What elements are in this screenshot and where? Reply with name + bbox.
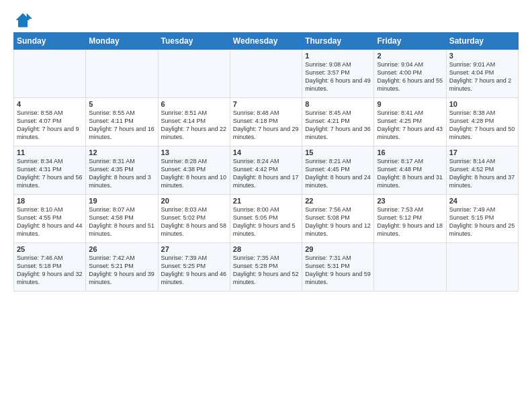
cell-content: Sunrise: 7:31 AMSunset: 5:31 PMDaylight:… [305,254,371,287]
cell-content: Sunrise: 9:01 AMSunset: 4:04 PMDaylight:… [449,60,515,93]
cell-content: Sunrise: 8:07 AMSunset: 4:58 PMDaylight:… [89,205,154,238]
cell-content: Sunrise: 8:58 AMSunset: 4:07 PMDaylight:… [17,109,83,142]
logo [13,11,35,30]
calendar-cell: 8Sunrise: 8:45 AMSunset: 4:21 PMDaylight… [302,98,374,146]
day-number: 6 [161,100,227,108]
cell-content: Sunrise: 8:38 AMSunset: 4:28 PMDaylight:… [449,109,515,142]
page: SundayMondayTuesdayWednesdayThursdayFrid… [0,0,532,298]
day-number: 13 [161,148,227,156]
cell-content: Sunrise: 8:10 AMSunset: 4:55 PMDaylight:… [17,205,83,238]
calendar-cell: 3Sunrise: 9:01 AMSunset: 4:04 PMDaylight… [446,50,518,98]
day-number: 1 [305,52,371,60]
calendar-cell: 14Sunrise: 8:24 AMSunset: 4:42 PMDayligh… [230,146,302,195]
day-number: 28 [233,245,299,253]
calendar-cell: 4Sunrise: 8:58 AMSunset: 4:07 PMDaylight… [14,98,86,146]
day-number: 24 [449,197,515,205]
day-number: 14 [233,148,299,156]
cell-content: Sunrise: 7:35 AMSunset: 5:28 PMDaylight:… [233,254,299,287]
calendar-cell: 22Sunrise: 7:56 AMSunset: 5:08 PMDayligh… [302,195,374,243]
calendar-cell: 15Sunrise: 8:21 AMSunset: 4:45 PMDayligh… [302,146,374,195]
calendar-cell: 12Sunrise: 8:31 AMSunset: 4:35 PMDayligh… [86,146,158,195]
calendar-cell: 28Sunrise: 7:35 AMSunset: 5:28 PMDayligh… [230,243,302,291]
calendar-cell [158,50,230,98]
header-day-friday: Friday [374,33,446,50]
calendar-cell: 9Sunrise: 8:41 AMSunset: 4:25 PMDaylight… [374,98,446,146]
day-number: 17 [449,148,515,156]
calendar-cell: 11Sunrise: 8:34 AMSunset: 4:31 PMDayligh… [14,146,86,195]
day-number: 15 [305,148,371,156]
calendar-cell [14,50,86,98]
calendar-cell: 24Sunrise: 7:49 AMSunset: 5:15 PMDayligh… [446,195,518,243]
cell-content: Sunrise: 8:34 AMSunset: 4:31 PMDaylight:… [17,157,83,190]
header-day-tuesday: Tuesday [158,33,230,50]
cell-content: Sunrise: 7:53 AMSunset: 5:12 PMDaylight:… [377,205,443,238]
calendar-cell: 21Sunrise: 8:00 AMSunset: 5:05 PMDayligh… [230,195,302,243]
calendar-cell: 26Sunrise: 7:42 AMSunset: 5:21 PMDayligh… [86,243,158,291]
day-number: 2 [377,52,443,60]
day-number: 27 [161,245,227,253]
cell-content: Sunrise: 8:14 AMSunset: 4:52 PMDaylight:… [449,157,515,190]
day-number: 26 [89,245,154,253]
week-row-2: 11Sunrise: 8:34 AMSunset: 4:31 PMDayligh… [14,146,519,195]
calendar-cell: 2Sunrise: 9:04 AMSunset: 4:00 PMDaylight… [374,50,446,98]
day-number: 9 [377,100,443,108]
calendar-cell [374,243,446,291]
day-number: 3 [449,52,515,60]
header [13,11,519,30]
day-number: 23 [377,197,443,205]
cell-content: Sunrise: 8:48 AMSunset: 4:18 PMDaylight:… [233,109,299,142]
svg-marker-1 [27,13,32,19]
header-day-thursday: Thursday [302,33,374,50]
cell-content: Sunrise: 8:41 AMSunset: 4:25 PMDaylight:… [377,109,443,142]
cell-content: Sunrise: 8:24 AMSunset: 4:42 PMDaylight:… [233,157,299,190]
day-number: 8 [305,100,371,108]
day-number: 21 [233,197,299,205]
cell-content: Sunrise: 9:08 AMSunset: 3:57 PMDaylight:… [305,60,371,93]
calendar-cell: 5Sunrise: 8:55 AMSunset: 4:11 PMDaylight… [86,98,158,146]
cell-content: Sunrise: 7:56 AMSunset: 5:08 PMDaylight:… [305,205,371,238]
day-number: 4 [17,100,83,108]
logo-icon [13,11,32,30]
calendar-cell: 17Sunrise: 8:14 AMSunset: 4:52 PMDayligh… [446,146,518,195]
cell-content: Sunrise: 7:42 AMSunset: 5:21 PMDaylight:… [89,254,154,287]
cell-content: Sunrise: 8:28 AMSunset: 4:38 PMDaylight:… [161,157,227,190]
day-number: 12 [89,148,154,156]
header-row: SundayMondayTuesdayWednesdayThursdayFrid… [14,33,519,50]
calendar-cell: 13Sunrise: 8:28 AMSunset: 4:38 PMDayligh… [158,146,230,195]
calendar-cell: 29Sunrise: 7:31 AMSunset: 5:31 PMDayligh… [302,243,374,291]
day-number: 16 [377,148,443,156]
cell-content: Sunrise: 9:04 AMSunset: 4:00 PMDaylight:… [377,60,443,93]
day-number: 10 [449,100,515,108]
calendar-cell: 23Sunrise: 7:53 AMSunset: 5:12 PMDayligh… [374,195,446,243]
week-row-4: 25Sunrise: 7:46 AMSunset: 5:18 PMDayligh… [14,243,519,291]
day-number: 18 [17,197,83,205]
week-row-3: 18Sunrise: 8:10 AMSunset: 4:55 PMDayligh… [14,195,519,243]
cell-content: Sunrise: 8:45 AMSunset: 4:21 PMDaylight:… [305,109,371,142]
calendar-cell [230,50,302,98]
day-number: 5 [89,100,154,108]
cell-content: Sunrise: 8:03 AMSunset: 5:02 PMDaylight:… [161,205,227,238]
calendar-cell: 6Sunrise: 8:51 AMSunset: 4:14 PMDaylight… [158,98,230,146]
calendar-cell: 10Sunrise: 8:38 AMSunset: 4:28 PMDayligh… [446,98,518,146]
calendar-table: SundayMondayTuesdayWednesdayThursdayFrid… [13,32,519,291]
calendar-cell [446,243,518,291]
calendar-cell: 20Sunrise: 8:03 AMSunset: 5:02 PMDayligh… [158,195,230,243]
day-number: 29 [305,245,371,253]
day-number: 22 [305,197,371,205]
day-number: 20 [161,197,227,205]
week-row-0: 1Sunrise: 9:08 AMSunset: 3:57 PMDaylight… [14,50,519,98]
cell-content: Sunrise: 7:49 AMSunset: 5:15 PMDaylight:… [449,205,515,238]
week-row-1: 4Sunrise: 8:58 AMSunset: 4:07 PMDaylight… [14,98,519,146]
calendar-cell: 19Sunrise: 8:07 AMSunset: 4:58 PMDayligh… [86,195,158,243]
header-day-sunday: Sunday [14,33,86,50]
day-number: 19 [89,197,154,205]
calendar-cell: 18Sunrise: 8:10 AMSunset: 4:55 PMDayligh… [14,195,86,243]
calendar-cell: 27Sunrise: 7:39 AMSunset: 5:25 PMDayligh… [158,243,230,291]
cell-content: Sunrise: 7:39 AMSunset: 5:25 PMDaylight:… [161,254,227,287]
day-number: 7 [233,100,299,108]
cell-content: Sunrise: 7:46 AMSunset: 5:18 PMDaylight:… [17,254,83,287]
cell-content: Sunrise: 8:51 AMSunset: 4:14 PMDaylight:… [161,109,227,142]
cell-content: Sunrise: 8:55 AMSunset: 4:11 PMDaylight:… [89,109,154,142]
calendar-cell: 16Sunrise: 8:17 AMSunset: 4:48 PMDayligh… [374,146,446,195]
calendar-cell: 25Sunrise: 7:46 AMSunset: 5:18 PMDayligh… [14,243,86,291]
